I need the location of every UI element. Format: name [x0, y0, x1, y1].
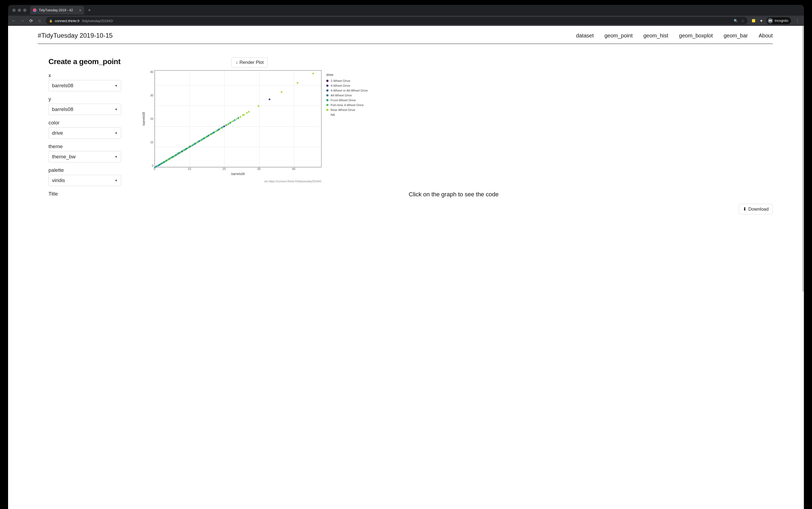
browser-tab[interactable]: TidyTuesday 2019 - 42 ×: [30, 6, 84, 14]
forward-icon[interactable]: →: [20, 18, 25, 23]
svg-point-94: [296, 82, 298, 84]
legend-swatch-icon: [326, 84, 328, 87]
select-palette-value: viridis: [52, 177, 65, 183]
select-y[interactable]: barrels08 ▼: [48, 104, 121, 115]
svg-point-92: [269, 99, 270, 100]
legend-label: 2-Wheel Drive: [330, 79, 350, 82]
svg-point-95: [312, 73, 314, 74]
toolbar: ← → ⟳ ⌂ 🔒 connect.thinkr.fr/tidytuesday2…: [8, 15, 804, 26]
download-arrow-icon: ↓: [236, 60, 238, 65]
zoom-indicator-icon[interactable]: 🔍: [734, 19, 738, 23]
y-tick: 40: [149, 70, 153, 73]
nav-geom-hist[interactable]: geom_hist: [643, 33, 668, 39]
address-bar[interactable]: 🔒 connect.thinkr.fr/tidytuesday201942/ 🔍…: [46, 17, 748, 25]
new-tab-button[interactable]: +: [86, 7, 93, 13]
field-color: color drive ▼: [48, 120, 121, 139]
field-x: x barrels08 ▼: [48, 72, 121, 91]
extension-icon[interactable]: [751, 19, 756, 23]
legend: drive 2-Wheel Drive4-Wheel Drive4-Wheel …: [321, 70, 368, 167]
nav-about[interactable]: About: [759, 33, 773, 39]
render-plot-button[interactable]: ↓ Render Plot: [232, 57, 268, 68]
chart-source-note: via https://connect.thinkr.fr/tidytuesda…: [154, 176, 321, 183]
browser-menu-icon[interactable]: ⋮: [794, 18, 801, 24]
legend-item: 4-Wheel or All-Wheel Drive: [326, 88, 368, 93]
select-color-value: drive: [52, 130, 63, 136]
data-point: [269, 98, 271, 100]
y-tick: 30: [149, 94, 153, 97]
data-point: [239, 116, 242, 118]
home-icon[interactable]: ⌂: [37, 18, 42, 23]
label-color: color: [48, 120, 121, 126]
download-button[interactable]: ⬇ Download: [739, 204, 773, 214]
tab-strip: TidyTuesday 2019 - 42 × +: [8, 5, 804, 15]
svg-point-91: [258, 105, 259, 107]
legend-item: 4-Wheel Drive: [326, 83, 368, 88]
chart[interactable]: barrels08 403020100 drive 2-Wheel Drive4…: [140, 70, 773, 183]
data-point: [248, 111, 250, 113]
reload-icon[interactable]: ⟳: [29, 18, 33, 23]
nav-geom-boxplot[interactable]: geom_boxplot: [679, 33, 713, 39]
legend-label: NA: [330, 113, 335, 116]
data-point: [243, 114, 245, 116]
legend-item: Rear-Wheel Drive: [326, 107, 368, 112]
select-palette[interactable]: viridis ▼: [48, 175, 121, 186]
select-y-value: barrels08: [52, 106, 73, 112]
x-tick: 20: [222, 167, 225, 170]
legend-swatch-icon: [326, 104, 328, 106]
download-icon: ⬇: [743, 206, 747, 212]
url-host: connect.thinkr.fr: [55, 19, 80, 23]
legend-swatch-icon: [326, 99, 328, 101]
vertical-scrollbar[interactable]: [802, 26, 804, 509]
legend-label: Front-Wheel Drive: [330, 99, 356, 102]
toolbar-extensions: ✦ 🕶 Incognito ⋮: [751, 17, 801, 24]
label-y: y: [48, 96, 121, 102]
x-tick: 30: [257, 167, 260, 170]
legend-item: 2-Wheel Drive: [326, 78, 368, 83]
label-theme: theme: [48, 143, 121, 149]
site-brand[interactable]: #TidyTuesday 2019-10-15: [38, 32, 112, 39]
select-x[interactable]: barrels08 ▼: [48, 80, 121, 91]
legend-item: Part-time 4-Wheel Drive: [326, 103, 368, 107]
y-tick: 0: [149, 164, 153, 167]
select-color[interactable]: drive ▼: [48, 127, 121, 139]
favicon-icon: [33, 8, 37, 12]
svg-point-86: [240, 116, 241, 117]
legend-swatch-icon: [326, 114, 328, 116]
nav-dataset[interactable]: dataset: [576, 33, 594, 39]
incognito-indicator[interactable]: 🕶 Incognito: [767, 17, 791, 24]
main-panel: ↓ Render Plot barrels08 403020100: [135, 57, 773, 214]
field-palette: palette viridis ▼: [48, 167, 121, 186]
back-icon[interactable]: ←: [11, 18, 16, 23]
label-title: Title: [48, 191, 121, 197]
close-window-icon[interactable]: [12, 9, 15, 12]
site-navbar: #TidyTuesday 2019-10-15 dataset geom_poi…: [38, 26, 773, 44]
bookmark-star-icon[interactable]: ☆: [741, 19, 744, 23]
close-tab-icon[interactable]: ×: [79, 8, 81, 12]
nav-geom-bar[interactable]: geom_bar: [724, 33, 748, 39]
section-title: Create a geom_point: [48, 57, 121, 66]
x-tick: 10: [188, 167, 191, 170]
scrollbar-thumb[interactable]: [802, 26, 804, 292]
data-point: [281, 91, 283, 93]
legend-item: NA: [326, 112, 368, 117]
x-tick: 40: [292, 167, 295, 170]
form-sidebar: Create a geom_point x barrels08 ▼ y barr…: [48, 57, 121, 202]
minimize-window-icon[interactable]: [18, 9, 21, 12]
plot-panel[interactable]: [154, 70, 321, 167]
zoom-window-icon[interactable]: [23, 9, 26, 12]
extensions-puzzle-icon[interactable]: ✦: [759, 19, 763, 23]
legend-label: 4-Wheel Drive: [330, 84, 350, 87]
url-path: /tidytuesday201942/: [82, 19, 113, 23]
svg-point-85: [238, 117, 239, 119]
y-axis-ticks: 403020100: [147, 70, 154, 167]
select-theme-value: theme_bw: [52, 154, 76, 160]
window-controls[interactable]: [11, 9, 28, 12]
select-x-value: barrels08: [52, 83, 73, 89]
browser-chrome: TidyTuesday 2019 - 42 × + ← → ⟳ ⌂ 🔒 conn…: [8, 5, 804, 26]
caret-down-icon: ▼: [115, 131, 118, 135]
select-theme[interactable]: theme_bw ▼: [48, 151, 121, 162]
nav-geom-point[interactable]: geom_point: [604, 33, 633, 39]
legend-item: All-Wheel Drive: [326, 93, 368, 98]
y-axis-label: barrels08: [142, 112, 146, 126]
legend-swatch-icon: [326, 90, 328, 92]
